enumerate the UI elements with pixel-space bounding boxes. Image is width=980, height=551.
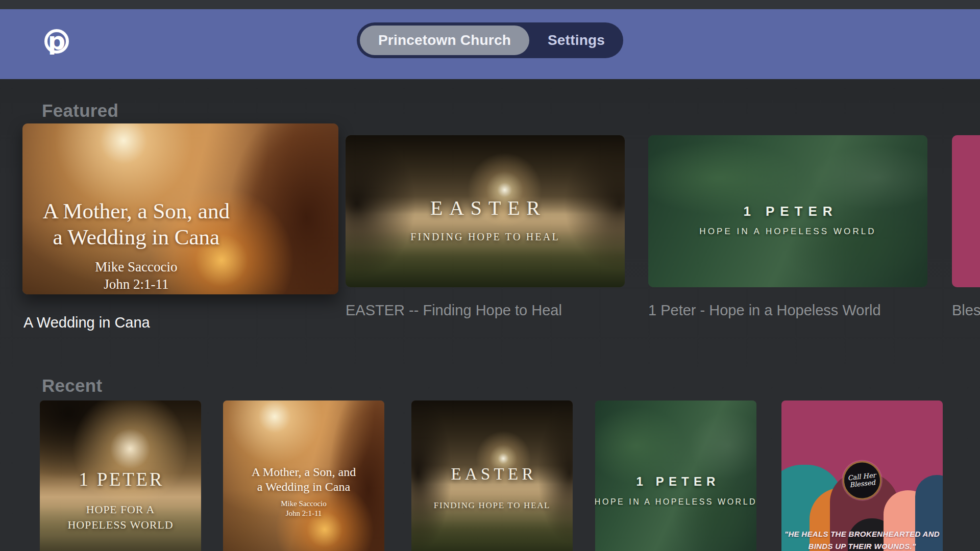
recent-card-easter[interactable]: EASTER FINDING HOPE TO HEAL <box>411 400 573 551</box>
artwork-scripture: John 2:1-11 <box>35 276 237 292</box>
artwork-subtitle-text: HOPE IN A HOPELESS WORLD <box>595 497 756 507</box>
featured-label-wedding-in-cana: A Wedding in Cana <box>23 314 150 331</box>
top-navigation-bar: p Princetown Church Settings <box>0 9 980 79</box>
artwork-speaker: Mike Saccocio <box>226 499 381 509</box>
featured-label-easter: EASTER -- Finding Hope to Heal <box>346 302 562 319</box>
easter-artwork: EASTER FINDING HOPE TO HEAL <box>411 400 573 551</box>
quote-line2: BINDS UP THEIR WOUNDS." <box>781 540 943 551</box>
artwork-text: A Mother, a Son, and a Wedding in Cana M… <box>35 198 237 292</box>
tab-settings[interactable]: Settings <box>529 22 623 58</box>
featured-card-wedding-in-cana[interactable]: A Mother, a Son, and a Wedding in Cana M… <box>22 123 338 294</box>
recent-card-1-peter[interactable]: 1 PETER HOPE IN A HOPELESS WORLD <box>595 400 756 551</box>
artwork-quote: "HE HEALS THE BROKENHEARTED AND BINDS UP… <box>781 528 943 551</box>
app-screen: p Princetown Church Settings Featured A … <box>0 0 980 551</box>
artwork-speaker: Mike Saccocio <box>35 259 237 276</box>
featured-label-blessed-clipped: Bles <box>952 302 980 319</box>
wedding-in-cana-artwork: A Mother, a Son, and a Wedding in Cana M… <box>223 400 384 551</box>
1-peter-artwork: 1 PETER HOPE IN A HOPELESS WORLD <box>648 135 927 287</box>
artwork-subtitle: HOPE FOR A HOPELESS WORLD <box>40 502 201 532</box>
artwork-subtitle: FINDING HOPE TO HEAL <box>346 231 625 243</box>
artwork-subtitle-text: FINDING HOPE TO HEAL <box>410 231 560 243</box>
artwork-title: 1 PETER <box>40 468 201 490</box>
artwork-title: 1 PETER <box>595 474 756 489</box>
featured-label-1-peter: 1 Peter - Hope in a Hopeless World <box>648 302 881 319</box>
artwork-title: EASTER <box>346 196 625 220</box>
artwork-title-line2: a Wedding in Cana <box>35 224 237 251</box>
church-center-logo: p <box>43 28 70 65</box>
artwork-scripture: John 2:1-11 <box>226 509 381 518</box>
featured-card-1-peter[interactable]: 1 PETER HOPE IN A HOPELESS WORLD <box>648 135 927 287</box>
artwork-title: 1 PETER <box>648 204 927 219</box>
artwork-subtitle: FINDING HOPE TO HEAL <box>411 500 573 511</box>
1-peter-artwork: 1 PETER HOPE IN A HOPELESS WORLD <box>595 400 756 551</box>
recent-card-call-her-blessed[interactable]: Call Her Blessed "HE HEALS THE BROKENHEA… <box>781 400 943 551</box>
artwork-subtitle: HOPE IN A HOPELESS WORLD <box>595 497 756 507</box>
quote-line1: "HE HEALS THE BROKENHEARTED AND <box>781 528 943 540</box>
recent-card-1-peter-sunset[interactable]: 1 PETER HOPE FOR A HOPELESS WORLD <box>40 400 201 551</box>
artwork-subtitle-line2: HOPELESS WORLD <box>40 517 201 533</box>
artwork-subtitle-line1: HOPE FOR A <box>40 502 201 517</box>
easter-artwork: EASTER FINDING HOPE TO HEAL <box>346 135 625 287</box>
artwork-subtitle-text: FINDING HOPE TO HEAL <box>434 500 550 511</box>
recent-card-wedding-in-cana[interactable]: A Mother, a Son, and a Wedding in Cana M… <box>223 400 384 551</box>
artwork-title: EASTER <box>411 465 573 484</box>
1-peter-sunset-artwork: 1 PETER HOPE FOR A HOPELESS WORLD <box>40 400 201 551</box>
tab-church[interactable]: Princetown Church <box>360 26 529 55</box>
artwork-title-line1: A Mother, a Son, and <box>35 198 237 224</box>
blessed-artwork-clipped <box>952 135 980 287</box>
svg-text:p: p <box>48 28 65 55</box>
badge-line2: Blessed <box>849 479 876 489</box>
featured-heading: Featured <box>42 101 118 121</box>
wedding-in-cana-artwork: A Mother, a Son, and a Wedding in Cana M… <box>22 123 338 294</box>
artwork-text: A Mother, a Son, and a Wedding in Cana M… <box>226 465 381 517</box>
featured-card-blessed-clipped[interactable] <box>952 135 980 287</box>
recent-heading: Recent <box>42 375 103 396</box>
call-her-blessed-artwork: Call Her Blessed "HE HEALS THE BROKENHEA… <box>781 400 943 551</box>
status-strip <box>0 0 980 9</box>
artwork-subtitle: HOPE IN A HOPELESS WORLD <box>648 227 927 237</box>
artwork-subtitle-text: HOPE IN A HOPELESS WORLD <box>699 227 876 237</box>
featured-card-easter[interactable]: EASTER FINDING HOPE TO HEAL <box>346 135 625 287</box>
top-tab-bar: Princetown Church Settings <box>357 22 623 58</box>
artwork-title-line1: A Mother, a Son, and <box>226 465 381 479</box>
artwork-title-line2: a Wedding in Cana <box>226 480 381 494</box>
